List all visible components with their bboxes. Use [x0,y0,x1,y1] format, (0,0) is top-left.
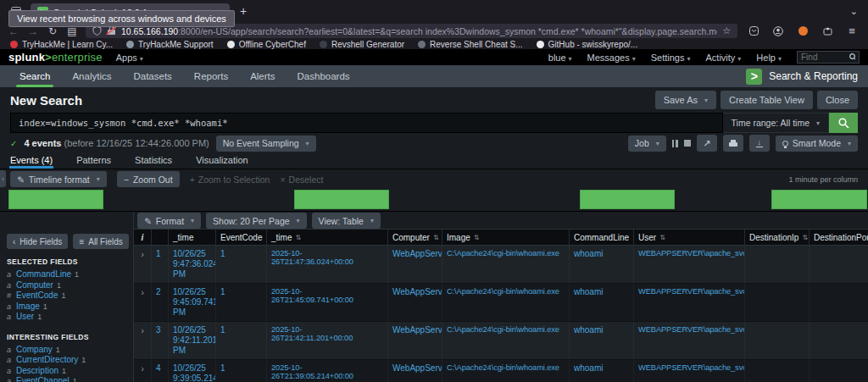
extensions-icon[interactable] [819,26,836,36]
col-image[interactable]: Image⇅ [442,230,569,245]
field-item[interactable]: aDescription1 [7,366,128,377]
cell-time[interactable]: 10/26/25 9:39:05.214 PM [168,360,215,382]
field-name[interactable]: Computer [16,280,53,291]
menu-icon[interactable]: ≡ [843,25,860,37]
field-item[interactable]: aCommandLine1 [7,269,128,280]
histogram-bar[interactable] [580,190,675,209]
export-button[interactable]: ↓ [749,135,770,152]
histogram-bar[interactable] [8,190,103,209]
tab-visualization[interactable]: Visualization [196,155,248,169]
field-name[interactable]: EventCode [16,291,58,301]
col-user[interactable]: User⇅ [633,230,744,245]
sort-icon[interactable]: ⇅ [295,234,301,241]
cell-destination-port[interactable] [809,360,868,382]
bookmark-star-icon[interactable]: ☆ [722,25,731,36]
cell-eventcode[interactable]: 1 [215,284,266,321]
stop-job-icon[interactable] [684,140,691,147]
cell-time-iso[interactable]: 2025-10-26T21:47:36.024+00:00 [266,246,387,283]
find-box[interactable] [797,51,860,64]
time-range-picker[interactable]: Time range: All time▾ [723,113,829,133]
hide-fields-button[interactable]: ‹Hide Fields [7,234,68,249]
format-button[interactable]: ✎Format▾ [137,213,201,229]
extension-orange-icon[interactable] [794,26,811,36]
col-destination-ip[interactable]: DestinationIp⇅ [744,230,809,245]
event-sampling-button[interactable]: No Event Sampling▾ [216,136,316,152]
field-name[interactable]: Image [16,302,40,312]
cell-destination-ip[interactable] [744,322,809,359]
sort-icon[interactable]: ⇅ [659,234,665,241]
col-commandline[interactable]: CommandLine⇅ [569,230,633,245]
bookmark-item[interactable]: Reverse Shell Cheat S... [418,40,523,49]
cell-user[interactable]: WEBAPPSERVER\apache_svc [633,246,744,283]
apps-menu[interactable]: Apps▾ [116,53,143,63]
cell-commandline[interactable]: whoami [569,360,633,382]
field-name[interactable]: EventChannel [16,376,70,382]
list-all-tabs-icon[interactable]: ⌄ [850,6,863,17]
nav-tab-reports[interactable]: Reports [183,65,239,87]
cell-eventcode[interactable]: 1 [215,322,266,359]
settings-menu[interactable]: Settings▾ [651,53,691,63]
field-name[interactable]: CurrentDirectory [16,355,78,365]
nav-tab-search[interactable]: Search [8,65,61,87]
col-info[interactable]: i [134,230,151,245]
save-as-button[interactable]: Save As▾ [655,91,716,109]
field-item[interactable]: aComputer1 [7,280,128,291]
sort-icon[interactable]: ⇅ [802,234,808,241]
histogram-bar[interactable] [771,190,867,209]
sort-icon[interactable]: ⇅ [474,234,480,241]
tab-statistics[interactable]: Statistics [135,155,172,169]
timeline-format-button[interactable]: ✎Timeline format▾ [10,171,107,187]
cell-destination-port[interactable] [809,246,868,283]
find-input[interactable] [801,53,846,62]
expand-row-icon[interactable]: › [134,322,151,359]
field-name[interactable]: Description [16,366,58,376]
cell-computer[interactable]: WebAppServer [387,322,442,359]
cell-user[interactable]: WEBAPPSERVER\apache_svc [633,360,744,382]
cell-time[interactable]: 10/26/25 9:45:09.741 PM [168,284,215,321]
cell-computer[interactable]: WebAppServer [387,246,442,283]
expand-row-icon[interactable]: › [134,360,151,382]
col-eventcode[interactable]: EventCode⇅ [215,230,266,245]
bookmark-item[interactable]: TryHackMe Support [126,40,214,49]
bookmark-item[interactable]: Revshell Generator [320,40,404,49]
tab-events[interactable]: Events (4) [10,155,53,169]
cell-image[interactable]: C:\Apache24\cgi-bin\whoami.exe [442,360,569,382]
splunk-logo[interactable]: splunk>enterprise [8,51,103,64]
cell-time-iso[interactable]: 2025-10-26T21:45:09.741+00:00 [266,284,387,321]
nav-tab-alerts[interactable]: Alerts [239,65,286,87]
histogram-bar[interactable] [294,190,389,209]
nav-tab-analytics[interactable]: Analytics [61,65,122,87]
col-computer[interactable]: Computer⇅ [387,230,442,245]
all-fields-button[interactable]: ≡All Fields [73,234,128,249]
pause-job-icon[interactable] [672,140,678,147]
expand-row-icon[interactable]: › [134,246,151,283]
col-destination-port[interactable]: DestinationPort⇅ [809,230,868,245]
cell-user[interactable]: WEBAPPSERVER\apache_svc [633,284,744,321]
nav-tab-dashboards[interactable]: Dashboards [287,65,361,87]
cell-destination-ip[interactable] [744,246,809,283]
view-button[interactable]: View: Table▾ [312,213,381,229]
nav-tab-datasets[interactable]: Datasets [122,65,182,87]
cell-image[interactable]: C:\Apache24\cgi-bin\whoami.exe [442,284,569,321]
tab-patterns[interactable]: Patterns [76,155,111,169]
job-menu-button[interactable]: Job▾ [628,136,666,152]
new-tab-button[interactable]: + [233,4,253,18]
search-mode-button[interactable]: Smart Mode▾ [776,136,858,152]
search-query-input[interactable]: index=windows_sysmon *cmd.exe* *whoami* [10,113,723,133]
cell-image[interactable]: C:\Apache24\cgi-bin\whoami.exe [442,322,569,359]
cell-commandline[interactable]: whoami [569,284,633,321]
cell-image[interactable]: C:\Apache24\cgi-bin\whoami.exe [442,246,569,283]
tracking-protection-shield-icon[interactable] [92,26,102,36]
field-item[interactable]: aEventChannel1 [7,376,128,382]
cell-destination-port[interactable] [809,322,868,359]
timeline-collapse-handle[interactable]: ‹ [0,170,6,187]
sort-icon[interactable]: ⇅ [433,234,439,241]
cell-time[interactable]: 10/26/25 9:42:11.201 PM [168,322,215,359]
per-page-button[interactable]: Show: 20 Per Page▾ [206,213,307,229]
field-item[interactable]: aImage1 [7,302,128,313]
expand-row-icon[interactable]: › [134,284,151,321]
account-icon[interactable] [770,26,787,36]
field-name[interactable]: Company [16,345,53,355]
bookmark-item[interactable]: Offline CyberChef [227,40,306,49]
cell-time-iso[interactable]: 2025-10-26T21:39:05.214+00:00 [266,360,387,382]
